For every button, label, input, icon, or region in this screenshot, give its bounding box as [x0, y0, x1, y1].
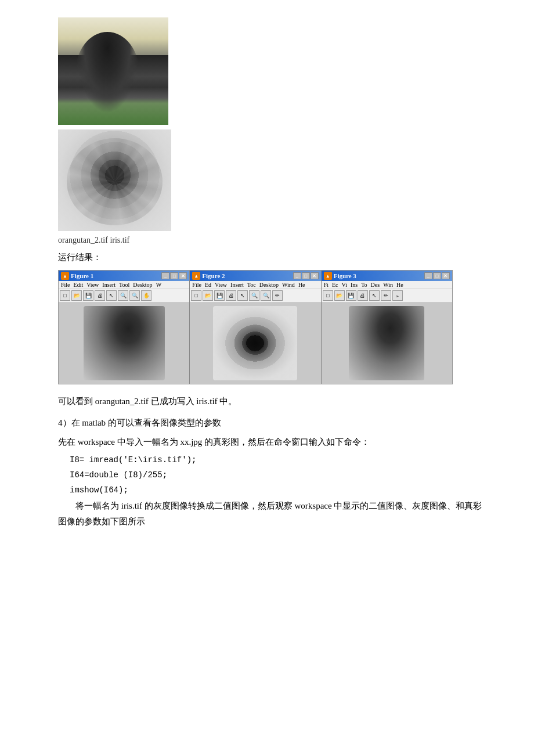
tb-new-1[interactable]: □	[60, 290, 70, 301]
menu-ins-3[interactable]: Ins	[349, 282, 359, 288]
menu-vi-3[interactable]: Vi	[341, 282, 348, 288]
tb-cursor-2[interactable]: ↖	[237, 290, 248, 301]
tb-save-2[interactable]: 💾	[214, 290, 225, 301]
figure-2-titlebar: ▲ Figure 2 _ □ ✕	[190, 271, 320, 281]
figure-2-title: Figure 2	[202, 272, 225, 279]
menu-file-2[interactable]: File	[191, 282, 203, 288]
figure-2-minimize[interactable]: _	[293, 272, 301, 279]
figure-3-window: ▲ Figure 3 _ □ ✕ Fi Ec Vi Ins To Des Win…	[322, 271, 452, 384]
figure-3-title: Figure 3	[334, 272, 356, 279]
tb-hand-1[interactable]: ✋	[141, 290, 151, 301]
figure-1-buttons[interactable]: _ □ ✕	[161, 272, 187, 279]
figure-1-icon: ▲	[61, 272, 69, 280]
eye-image-container	[58, 129, 488, 231]
tb-zoom-in-2[interactable]: 🔍	[249, 290, 259, 301]
figure-1-window: ▲ Figure 1 _ □ ✕ File Edit View Insert T…	[59, 271, 190, 384]
figure-2-eye-image	[213, 306, 297, 380]
tb-zoom-in-1[interactable]: 🔍	[118, 290, 128, 301]
figure-1-toolbar: □ 📂 💾 🖨 ↖ 🔍 🔍 ✋	[59, 289, 189, 303]
figure-1-monkey-image	[84, 306, 165, 380]
figure-1-title: Figure 1	[71, 272, 93, 279]
figure-3-restore[interactable]: □	[433, 272, 441, 279]
run-result-label: 运行结果：	[58, 252, 488, 263]
menu-desktop-1[interactable]: Desktop	[132, 282, 153, 288]
menu-file-1[interactable]: File	[60, 282, 71, 288]
tb-cursor-3[interactable]: ↖	[369, 290, 380, 301]
menu-ed-2[interactable]: Ed	[204, 282, 212, 288]
tb-open-3[interactable]: 📂	[334, 290, 345, 301]
menu-des-3[interactable]: Des	[370, 282, 381, 288]
figure-2-window: ▲ Figure 2 _ □ ✕ File Ed View Insert Toc…	[190, 271, 321, 384]
tb-zoom-out-1[interactable]: 🔍	[129, 290, 140, 301]
figure-3-minimize[interactable]: _	[424, 272, 432, 279]
tb-print-1[interactable]: 🖨	[95, 290, 105, 301]
monkey-image-container	[58, 17, 488, 125]
menu-to-3[interactable]: To	[360, 282, 368, 288]
menu-ec-3[interactable]: Ec	[331, 282, 340, 288]
tb-open-1[interactable]: 📂	[71, 290, 82, 301]
figure-2-close[interactable]: ✕	[311, 272, 319, 279]
menu-fi-3[interactable]: Fi	[323, 282, 330, 288]
step4-conclusion: 将一幅名为 iris.tif 的灰度图像转换成二值图像，然后观察 workspa…	[58, 498, 488, 530]
tb-print-3[interactable]: 🖨	[358, 290, 368, 301]
figure-3-titlebar: ▲ Figure 3 _ □ ✕	[322, 271, 452, 281]
figure-2-restore[interactable]: □	[302, 272, 310, 279]
figure-3-icon: ▲	[324, 272, 332, 280]
monkey-image	[58, 17, 168, 125]
figure-1-restore[interactable]: □	[170, 272, 178, 279]
figures-container: ▲ Figure 1 _ □ ✕ File Edit View Insert T…	[58, 270, 453, 384]
menu-he-2[interactable]: He	[297, 282, 306, 288]
tb-cursor-1[interactable]: ↖	[106, 290, 117, 301]
menu-w-1[interactable]: W	[155, 282, 163, 288]
figure-2-menubar: File Ed View Insert Toc Desktop Wind He	[190, 281, 320, 289]
code-line-2: I64=double (I8)/255;	[70, 469, 488, 483]
menu-wind-2[interactable]: Wind	[281, 282, 296, 288]
image-caption: orangutan_2.tif iris.tif	[58, 236, 488, 245]
tb-new-2[interactable]: □	[191, 290, 201, 301]
figure-1-title-left: ▲ Figure 1	[61, 272, 93, 280]
figure-2-icon: ▲	[192, 272, 200, 280]
tb-pen-2[interactable]: ✏	[272, 290, 283, 301]
figure-2-content	[190, 303, 320, 384]
tb-print-2[interactable]: 🖨	[226, 290, 236, 301]
step4-desc: 先在 workspace 中导入一幅名为 xx.jpg 的真彩图，然后在命令窗口…	[58, 434, 488, 450]
menu-view-2[interactable]: View	[214, 282, 228, 288]
menu-tool-1[interactable]: Tool	[118, 282, 131, 288]
figure-2-buttons[interactable]: _ □ ✕	[293, 272, 319, 279]
menu-win-3[interactable]: Win	[382, 282, 394, 288]
figure-3-close[interactable]: ✕	[442, 272, 450, 279]
menu-he-3[interactable]: He	[395, 282, 405, 288]
tb-pen-3[interactable]: ✏	[381, 290, 391, 301]
figure-2-toolbar: □ 📂 💾 🖨 ↖ 🔍 🔍 ✏	[190, 289, 320, 303]
figure-1-menubar: File Edit View Insert Tool Desktop W	[59, 281, 189, 289]
figure-1-content	[59, 303, 189, 384]
menu-view-1[interactable]: View	[85, 282, 100, 288]
figure-1-titlebar: ▲ Figure 1 _ □ ✕	[59, 271, 189, 281]
menu-insert-1[interactable]: Insert	[101, 282, 117, 288]
menu-edit-1[interactable]: Edit	[73, 282, 85, 288]
tb-save-3[interactable]: 💾	[346, 290, 356, 301]
code-line-3: imshow(I64);	[70, 484, 488, 498]
tb-open-2[interactable]: 📂	[203, 290, 213, 301]
tb-save-1[interactable]: 💾	[83, 290, 93, 301]
step4-title: 4）在 matlab 的可以查看各图像类型的参数	[58, 415, 488, 431]
menu-toc-2[interactable]: Toc	[246, 282, 257, 288]
figure-3-toolbar: □ 📂 💾 🖨 ↖ ✏ »	[322, 289, 452, 303]
menu-desktop-2[interactable]: Desktop	[258, 282, 280, 288]
figure-1-close[interactable]: ✕	[179, 272, 187, 279]
tb-zoom-out-2[interactable]: 🔍	[261, 290, 271, 301]
figure-3-buttons[interactable]: _ □ ✕	[424, 272, 450, 279]
code-line-1: I8= imread('E:\iris.tif');	[70, 453, 488, 467]
tb-new-3[interactable]: □	[323, 290, 333, 301]
figure-3-menubar: Fi Ec Vi Ins To Des Win He	[322, 281, 452, 289]
conclusion-text: 可以看到 orangutan_2.tif 已成功写入 iris.tif 中。	[58, 394, 488, 409]
figure-3-title-left: ▲ Figure 3	[324, 272, 356, 280]
tb-more-3[interactable]: »	[392, 290, 403, 301]
figure-1-minimize[interactable]: _	[161, 272, 169, 279]
figure-3-monkey-image	[349, 306, 424, 380]
figure-3-content	[322, 303, 452, 384]
figure-2-title-left: ▲ Figure 2	[192, 272, 225, 280]
eye-image	[58, 129, 171, 231]
menu-insert-2[interactable]: Insert	[229, 282, 245, 288]
